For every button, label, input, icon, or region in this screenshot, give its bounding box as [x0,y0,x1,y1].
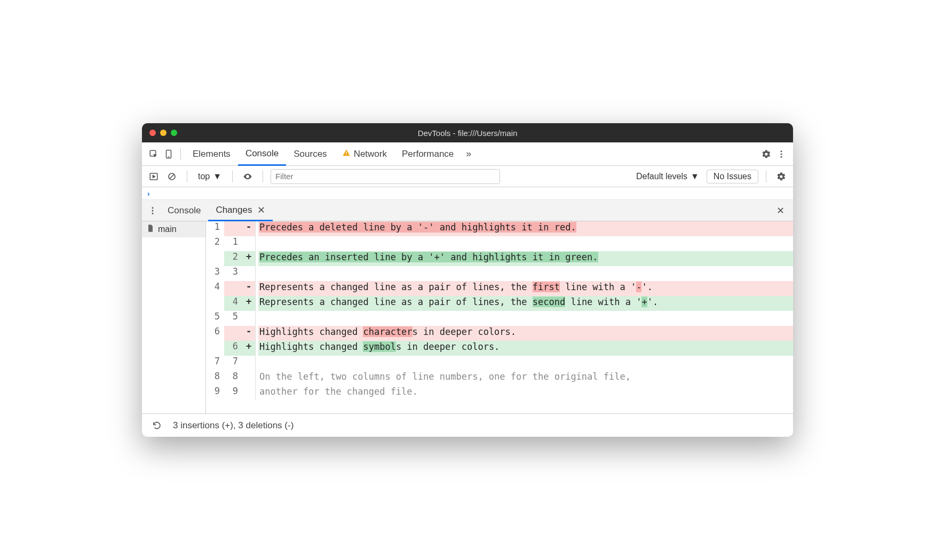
diff-line-context: 8 8 On the left, two columns of line num… [206,371,793,386]
window-title: DevTools - file:///Users/main [142,129,793,138]
tab-label: Sources [294,149,327,159]
old-line-number: 9 [206,386,224,401]
drawer-tab-changes[interactable]: Changes ✕ [208,201,273,221]
console-prompt-row[interactable]: › [142,187,793,200]
diff-line-context: 5 5 [206,311,793,326]
device-toolbar-icon[interactable] [161,147,176,162]
diff-marker: - [242,326,255,341]
svg-point-6 [781,153,782,155]
divider [766,171,766,182]
diff-code: Highlights changed characters in deeper … [258,326,793,341]
old-line-number: 5 [206,311,224,326]
diff-code: another for the changed file. [258,386,793,401]
diff-marker: - [242,221,255,236]
more-tabs-chevron-icon[interactable]: » [461,147,476,162]
log-levels-selector[interactable]: Default levels ▼ [632,171,703,182]
tab-label: Console [245,148,279,159]
changes-body: main 1 - Precedes a deleted line by a '-… [142,221,793,413]
file-item-main[interactable]: main [142,221,205,237]
tab-label: Console [168,205,201,216]
new-line-number: 8 [224,371,242,386]
old-line-number: 2 [206,236,224,251]
live-expression-eye-icon[interactable] [240,169,255,184]
tab-network[interactable]: Network [335,142,394,165]
changes-summary: 3 insertions (+), 3 deletions (-) [173,420,294,431]
new-line-number: 7 [224,356,242,371]
diff-line-context: 7 7 [206,356,793,371]
tab-performance[interactable]: Performance [394,142,461,165]
diff-line-added: 4 + Represents a changed line as a pair … [206,296,793,311]
file-name: main [158,225,177,234]
toggle-sidebar-icon[interactable] [146,169,161,184]
diff-code: Precedes an inserted line by a '+' and h… [258,251,793,266]
new-line-number: 6 [224,341,242,356]
diff-code: Represents a changed line as a pair of l… [258,296,793,311]
devtools-window: DevTools - file:///Users/main Elements C… [142,123,793,437]
svg-point-13 [152,210,154,211]
context-label: top [198,172,210,181]
chevron-down-icon: ▼ [213,172,221,181]
tab-label: Changes [216,205,252,215]
diff-code [258,236,793,251]
svg-point-5 [781,150,782,152]
new-line-number [224,221,242,236]
diff-line-added: 2 + Precedes an inserted line by a '+' a… [206,251,793,266]
tab-label: Elements [193,149,231,159]
close-tab-icon[interactable]: ✕ [257,204,265,216]
tab-console[interactable]: Console [238,143,286,166]
issues-button[interactable]: No Issues [707,170,758,183]
file-icon [146,223,155,235]
svg-point-14 [152,212,154,214]
kebab-menu-icon[interactable] [774,147,789,162]
divider [180,148,181,160]
divider [232,171,233,182]
revert-icon[interactable] [149,418,164,433]
tab-sources[interactable]: Sources [286,142,334,165]
diff-marker: + [242,296,255,311]
svg-rect-3 [346,151,346,154]
filter-input[interactable] [271,169,500,184]
diff-code: Highlights changed symbols in deeper col… [258,341,793,356]
new-line-number: 3 [224,266,242,281]
new-line-number: 2 [224,251,242,266]
close-drawer-icon[interactable]: ✕ [776,205,785,217]
diff-viewer: 1 - Precedes a deleted line by a '-' and… [206,221,793,413]
new-line-number: 1 [224,236,242,251]
tab-elements[interactable]: Elements [185,142,238,165]
drawer-tab-console[interactable]: Console [160,200,208,221]
titlebar: DevTools - file:///Users/main [142,123,793,142]
diff-code [258,311,793,326]
drawer-tab-bar: Console Changes ✕ ✕ [142,200,793,221]
console-toolbar: top ▼ Default levels ▼ No Issues [142,166,793,187]
diff-code [258,266,793,281]
console-settings-gear-icon[interactable] [774,169,789,184]
tab-label: Performance [402,149,454,159]
diff-code [258,356,793,371]
diff-marker [242,236,255,251]
svg-line-11 [170,174,174,179]
chevron-down-icon: ▼ [691,172,699,181]
new-line-number: 9 [224,386,242,401]
divider [263,171,263,182]
inspect-element-icon[interactable] [146,147,161,162]
clear-console-icon[interactable] [164,169,179,184]
diff-line-context: 9 9 another for the changed file. [206,386,793,401]
diff-code: Precedes a deleted line by a '-' and hig… [258,221,793,236]
warning-icon [342,149,351,159]
diff-marker [242,356,255,371]
status-bar: 3 insertions (+), 3 deletions (-) [142,413,793,437]
old-line-number: 7 [206,356,224,371]
diff-line-deleted: 1 - Precedes a deleted line by a '-' and… [206,221,793,236]
new-line-number [224,281,242,296]
svg-point-7 [781,156,782,157]
diff-code: Represents a changed line as a pair of l… [258,281,793,296]
old-line-number: 4 [206,281,224,296]
context-selector[interactable]: top ▼ [195,171,225,182]
settings-gear-icon[interactable] [759,147,774,162]
diff-marker: + [242,251,255,266]
diff-marker: - [242,281,255,296]
new-line-number: 4 [224,296,242,311]
diff-marker: + [242,341,255,356]
levels-label: Default levels [636,172,687,181]
drawer-kebab-menu-icon[interactable] [145,203,160,218]
